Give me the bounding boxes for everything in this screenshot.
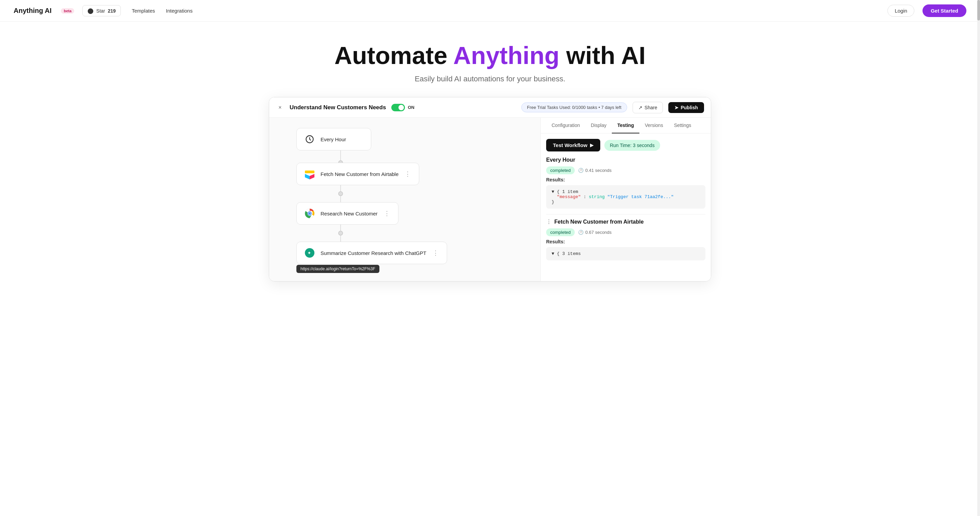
node-research-menu[interactable]: ⋮ — [382, 209, 391, 218]
login-button[interactable]: Login — [888, 5, 914, 17]
svg-rect-1 — [305, 170, 314, 173]
connector-2 — [340, 185, 341, 202]
test-workflow-bar: Test Workflow ▶ Run Time: 3 seconds — [546, 139, 705, 151]
node-airtable[interactable]: Fetch New Customer from Airtable ⋮ — [296, 163, 419, 185]
toggle-label: ON — [408, 105, 414, 110]
divider-1 — [546, 214, 705, 215]
code-block-airtable: ▼ { 3 items — [546, 247, 705, 260]
nav-integrations[interactable]: Integrations — [166, 8, 192, 14]
node-research-label: Research New Customer — [321, 211, 378, 217]
svg-marker-3 — [310, 174, 314, 179]
nav-links: Templates Integrations — [132, 8, 192, 14]
hero-title-accent: Anything — [453, 42, 559, 69]
workflow-toggle[interactable]: ON — [391, 104, 414, 111]
page-scrollbar[interactable] — [977, 0, 980, 295]
chatgpt-icon: ✦ — [304, 247, 316, 259]
hero-subtitle: Easily build AI automations for your bus… — [7, 75, 973, 83]
section-title-every-hour: Every Hour — [546, 157, 705, 163]
connector-dot-3 — [338, 231, 343, 236]
nav-logo: Anything AI — [14, 7, 51, 14]
hero-title-suffix: with AI — [559, 42, 646, 69]
tab-display[interactable]: Display — [585, 118, 612, 134]
node-chatgpt[interactable]: ✦ Summarize Customer Research with ChatG… — [296, 242, 447, 264]
tab-settings[interactable]: Settings — [669, 118, 697, 134]
status-row-every-hour: completed 🕐 0.41 seconds — [546, 166, 705, 174]
get-started-button[interactable]: Get Started — [923, 5, 966, 17]
status-badge-airtable: completed — [546, 228, 575, 236]
runtime-badge: Run Time: 3 seconds — [605, 140, 660, 151]
share-button[interactable]: ↗ Share — [633, 102, 663, 113]
connector-1 — [340, 150, 341, 163]
chrome-icon — [304, 207, 316, 220]
test-workflow-label: Test Workflow — [553, 142, 587, 148]
clock-small-icon-2: 🕐 — [578, 230, 584, 235]
github-icon: ⬤ — [88, 8, 94, 14]
time-badge-airtable: 🕐 0.67 seconds — [578, 230, 611, 235]
node-research[interactable]: Research New Customer ⋮ — [296, 202, 398, 225]
toggle-thumb — [398, 105, 404, 110]
star-count: 219 — [108, 8, 116, 14]
code-block-every-hour: ▼ { 1 item "message" : string "Trigger t… — [546, 185, 705, 209]
connector-dot-2 — [338, 191, 343, 196]
scrollbar-thumb[interactable] — [977, 0, 980, 21]
url-tooltip: https://claude.ai/login?returnTo=%2F%3F — [296, 265, 379, 273]
section-2-header: ⋮ Fetch New Customer from Airtable — [546, 218, 705, 225]
workflow-nodes: Every Hour Fetch New Customer — [296, 128, 447, 264]
navbar: Anything AI beta ⬤ Star 219 Templates In… — [0, 0, 980, 22]
clock-icon — [304, 133, 316, 145]
share-icon: ↗ — [638, 105, 643, 110]
section-2-toggle-icon[interactable]: ⋮ — [546, 218, 552, 225]
right-panel: Configuration Display Testing Versions S… — [541, 118, 711, 281]
nav-beta-badge: beta — [61, 8, 74, 14]
test-workflow-button[interactable]: Test Workflow ▶ — [546, 139, 600, 151]
airtable-icon — [304, 168, 316, 180]
clock-small-icon: 🕐 — [578, 168, 584, 173]
hero-title-prefix: Automate — [334, 42, 453, 69]
results-label-2: Results: — [546, 239, 705, 244]
node-chatgpt-menu[interactable]: ⋮ — [431, 248, 440, 257]
nav-templates[interactable]: Templates — [132, 8, 155, 14]
play-icon: ▶ — [590, 143, 593, 148]
workflow-title: Understand New Customers Needs — [290, 104, 386, 111]
svg-marker-2 — [305, 174, 310, 179]
close-button[interactable]: × — [276, 104, 284, 111]
node-chatgpt-label: Summarize Customer Research with ChatGPT — [321, 250, 426, 256]
toggle-track[interactable] — [391, 104, 405, 111]
status-badge-every-hour: completed — [546, 166, 575, 174]
status-row-airtable: completed 🕐 0.67 seconds — [546, 228, 705, 236]
app-topbar: × Understand New Customers Needs ON Free… — [269, 97, 711, 118]
trial-badge: Free Trial Tasks Used: 0/1000 tasks • 7 … — [521, 102, 627, 112]
node-airtable-menu[interactable]: ⋮ — [403, 169, 412, 178]
section-title-airtable: Fetch New Customer from Airtable — [554, 219, 644, 225]
canvas-panel[interactable]: Every Hour Fetch New Customer — [269, 118, 541, 281]
results-label-1: Results: — [546, 177, 705, 182]
panel-tabs: Configuration Display Testing Versions S… — [541, 118, 711, 134]
time-badge-every-hour: 🕐 0.41 seconds — [578, 168, 611, 173]
star-button[interactable]: ⬤ Star 219 — [82, 5, 121, 16]
connector-3 — [340, 225, 341, 242]
node-every-hour-label: Every Hour — [321, 137, 346, 142]
hero-title: Automate Anything with AI — [7, 42, 973, 69]
node-airtable-label: Fetch New Customer from Airtable — [321, 171, 398, 177]
svg-point-7 — [309, 212, 311, 215]
panel-body[interactable]: Test Workflow ▶ Run Time: 3 seconds Ever… — [541, 134, 711, 281]
tab-configuration[interactable]: Configuration — [546, 118, 585, 134]
tab-testing[interactable]: Testing — [612, 118, 640, 134]
node-every-hour[interactable]: Every Hour — [296, 128, 371, 150]
app-content: Every Hour Fetch New Customer — [269, 118, 711, 281]
publish-icon: ➤ — [675, 105, 679, 110]
hero-section: Automate Anything with AI Easily build A… — [0, 22, 980, 97]
star-label: Star — [96, 8, 105, 14]
svg-text:✦: ✦ — [307, 250, 311, 256]
publish-button[interactable]: ➤ Publish — [668, 102, 704, 113]
app-window: × Understand New Customers Needs ON Free… — [269, 97, 711, 282]
tab-versions[interactable]: Versions — [640, 118, 669, 134]
